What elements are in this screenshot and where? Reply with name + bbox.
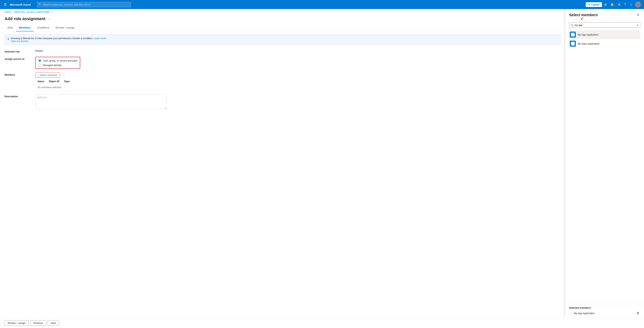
svg-rect-2 xyxy=(572,35,572,36)
settings-icon-button[interactable]: ⚙ xyxy=(616,1,622,8)
radio-user-group-input[interactable] xyxy=(38,59,41,62)
app-icon-inner-1 xyxy=(571,33,575,37)
delete-selected-member-button[interactable]: 🗑 xyxy=(636,311,640,315)
members-dot: • xyxy=(30,26,31,28)
panel-search-icon: 🔍 xyxy=(570,24,574,27)
hamburger-menu[interactable]: ☰ xyxy=(3,2,8,7)
members-label: Members xyxy=(4,73,31,76)
side-panel: Select members ✕ ↙ 🔍 ✕ xyxy=(565,9,644,328)
app-title: Microsoft Azure xyxy=(10,3,31,6)
top-navigation: ☰ Microsoft Azure 🔍 ✦ Copilot ⊞ 🔔 ⚙ ? ☺ xyxy=(0,0,644,9)
result-name-2: My Apps Application xyxy=(578,42,600,45)
notifications-icon-button[interactable]: 🔔 xyxy=(609,1,616,8)
description-input[interactable] xyxy=(35,94,167,109)
result-info-1: My App Application xyxy=(578,33,598,36)
nav-right-group: ✦ Copilot ⊞ 🔔 ⚙ ? ☺ xyxy=(586,1,641,8)
result-info-2: My Apps Application xyxy=(578,42,600,45)
bottom-spacer xyxy=(0,115,565,127)
page-title: Add role assignment xyxy=(4,16,46,21)
search-input[interactable] xyxy=(37,2,131,7)
review-assign-button[interactable]: Review + assign xyxy=(4,320,29,326)
main-layout: Home > Blink Dev | Access control (IAM) … xyxy=(0,9,644,328)
form-section: Selected role Reader Assign access to Us… xyxy=(0,48,565,115)
breadcrumb-resource[interactable]: Blink Dev | Access control (IAM) xyxy=(15,11,50,13)
members-table: Name Object ID Type No members selected xyxy=(35,78,72,91)
radio-user-group[interactable]: User, group, or service principal xyxy=(38,59,77,62)
svg-rect-9 xyxy=(571,312,572,313)
app-icon-inner-2 xyxy=(571,42,575,46)
description-label: Description xyxy=(4,94,31,98)
result-item-1[interactable]: My App Application xyxy=(569,30,640,39)
learn-more-link[interactable]: Learn more xyxy=(94,37,106,40)
copilot-icon: ✦ xyxy=(588,3,590,6)
results-list: My App Application My Ap xyxy=(565,30,644,304)
panel-search-clear-button[interactable]: ✕ xyxy=(636,24,639,27)
svg-rect-4 xyxy=(572,42,572,44)
feedback-icon-button[interactable]: ☺ xyxy=(628,1,634,8)
select-members-button[interactable]: + Select members xyxy=(35,73,60,78)
info-icon: ℹ xyxy=(8,37,9,41)
svg-rect-5 xyxy=(573,42,574,44)
panel-search-wrapper: ↙ 🔍 ✕ xyxy=(569,22,640,28)
result-item-2[interactable]: My Apps Application xyxy=(569,39,640,48)
help-icon-button[interactable]: ? xyxy=(623,1,628,8)
col-type: Type xyxy=(62,78,72,85)
assign-access-radio-group: User, group, or service principal Manage… xyxy=(35,57,80,69)
panel-header: Select members ✕ xyxy=(565,9,644,20)
selected-app-svg-icon xyxy=(569,311,572,314)
breadcrumb: Home > Blink Dev | Access control (IAM) … xyxy=(0,9,565,15)
arrow-annotation-members: ← xyxy=(63,74,66,77)
info-banner: ℹ Showing a filtered list of roles becau… xyxy=(4,35,560,45)
assign-access-row: Assign access to User, group, or service… xyxy=(4,57,560,69)
radio-managed-identity-input[interactable] xyxy=(38,64,41,67)
page-content-area: Home > Blink Dev | Access control (IAM) … xyxy=(0,9,565,328)
previous-button[interactable]: Previous xyxy=(30,320,46,326)
selected-app-icon xyxy=(569,311,572,315)
bottom-action-bar: Review + assign Previous Next xyxy=(0,318,644,328)
panel-close-button[interactable]: ✕ xyxy=(636,12,640,18)
tab-conditions[interactable]: Conditions xyxy=(34,24,52,32)
tab-role[interactable]: Role xyxy=(4,24,16,32)
result-name-1: My App Application xyxy=(578,33,598,36)
selected-role-row: Selected role Reader xyxy=(4,50,560,53)
selected-app-icon-inner xyxy=(569,311,572,315)
more-options-icon[interactable]: ··· xyxy=(48,17,50,21)
global-search: 🔍 xyxy=(37,2,131,7)
selected-members-label: Selected members: xyxy=(569,306,640,309)
radio-managed-identity[interactable]: Managed identity xyxy=(38,64,77,67)
selected-role-label: Selected role xyxy=(4,50,31,53)
col-name: Name xyxy=(35,78,46,85)
description-row: Description xyxy=(4,94,560,109)
app-svg-icon-2 xyxy=(571,42,574,45)
members-controls: + Select members ← Name Object ID Type xyxy=(35,73,72,91)
next-button[interactable]: Next xyxy=(48,320,59,326)
tab-members[interactable]: Members• xyxy=(16,24,34,32)
tab-review-assign[interactable]: Review + assign xyxy=(52,24,78,32)
app-icon-1 xyxy=(570,32,576,38)
arrow-annotation-search: ↙ xyxy=(580,16,584,21)
breadcrumb-home[interactable]: Home xyxy=(4,11,11,13)
col-object-id: Object ID xyxy=(46,78,62,85)
members-label-row: + Select members ← xyxy=(35,73,72,78)
svg-rect-10 xyxy=(569,313,570,314)
breadcrumb-sep1: > xyxy=(12,11,14,13)
selected-members-section: Selected members: My App Application 🗑 xyxy=(565,304,644,318)
svg-rect-6 xyxy=(572,44,572,45)
tab-bar: Role Members• Conditions Review + assign xyxy=(0,24,565,32)
view-my-access-link[interactable]: View my access xyxy=(11,40,28,43)
portal-icon-button[interactable]: ⊞ xyxy=(603,1,608,8)
panel-search-input[interactable] xyxy=(569,22,640,28)
user-avatar[interactable] xyxy=(635,2,641,8)
no-members-text: No members selected xyxy=(35,85,72,91)
svg-rect-7 xyxy=(573,44,574,45)
page-header: Add role assignment ··· xyxy=(0,15,565,24)
selected-member-name: My App Application xyxy=(574,312,594,315)
breadcrumb-sep2: > xyxy=(50,11,52,13)
members-row: Members + Select members ← Name Object I… xyxy=(4,73,560,91)
copilot-button[interactable]: ✦ Copilot xyxy=(586,2,602,7)
info-text: Showing a filtered list of roles because… xyxy=(11,37,106,43)
svg-rect-1 xyxy=(573,33,574,35)
selected-role-value: Reader xyxy=(35,50,44,52)
svg-rect-8 xyxy=(569,312,570,313)
svg-rect-11 xyxy=(571,313,572,314)
